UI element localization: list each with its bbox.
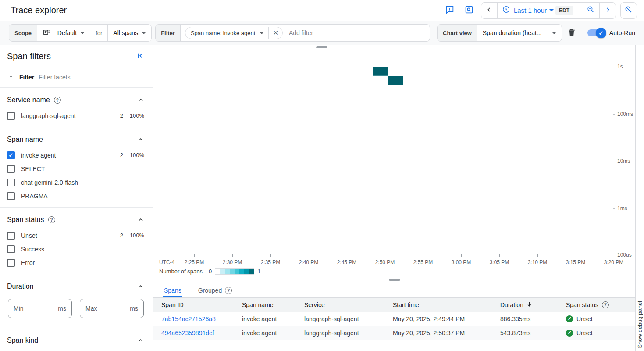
feedback-button[interactable]: [442, 3, 457, 18]
chart-view-dropdown[interactable]: Span duration (heat...: [477, 25, 562, 41]
time-range-control: Last 1 hour EDT: [481, 2, 616, 19]
facet-checkbox[interactable]: [7, 179, 15, 186]
facet-row: chat gemini-2.0-flash: [7, 176, 144, 189]
duration-max-input[interactable]: [85, 305, 116, 312]
service-cell: langgraph-sql-agent: [304, 315, 393, 322]
time-zoom-out-button[interactable]: [582, 3, 599, 18]
chart-view-label: Chart view: [438, 25, 477, 41]
remove-filter-button[interactable]: ✕: [268, 27, 282, 39]
facet-checkbox[interactable]: [7, 245, 15, 253]
chevron-down-icon: [260, 32, 264, 34]
facet-row: PRAGMA: [7, 189, 144, 203]
collapse-sidebar-icon[interactable]: [136, 52, 144, 61]
x-axis-label: 3:20 PM: [604, 259, 624, 265]
x-axis-label: 2:35 PM: [261, 259, 281, 265]
span-id-link[interactable]: 7ab154ac271526a8: [161, 315, 216, 322]
span-scope-dropdown[interactable]: All spans: [108, 25, 151, 41]
help-icon[interactable]: ?: [602, 301, 609, 308]
column-header-label: Span name: [242, 301, 274, 308]
facet-label: invoke agent: [21, 152, 112, 159]
duration-max-field: ms: [80, 299, 144, 318]
facet-section-title: Service name: [7, 96, 50, 104]
facet-checkbox[interactable]: [7, 259, 15, 267]
help-icon[interactable]: ?: [225, 287, 232, 294]
service-cell: langgraph-sql-agent: [304, 330, 393, 337]
time-forward-button[interactable]: [599, 3, 616, 18]
panel-resize-handle-bottom[interactable]: [389, 279, 400, 281]
help-icon[interactable]: ?: [48, 216, 55, 223]
facet-label: Error: [21, 259, 112, 266]
x-axis-label: 2:25 PM: [185, 259, 204, 265]
sidebar-header: Span filters: [0, 45, 153, 67]
chart-view-value: Span duration (heat...: [483, 29, 548, 36]
show-debug-panel-button[interactable]: Show debug panel: [637, 301, 643, 348]
search-box-icon: [464, 5, 474, 16]
column-header-span-name[interactable]: Span name: [242, 301, 304, 308]
timezone-badge[interactable]: EDT: [555, 6, 573, 15]
filter-chip[interactable]: Span name: invoke agent ✕: [185, 27, 283, 39]
span-id-link[interactable]: 494a652359891def: [161, 330, 214, 337]
heatmap-cell[interactable]: [388, 76, 403, 85]
tick-mark: [309, 254, 309, 257]
clock-icon: [502, 5, 510, 15]
search-off-button[interactable]: [620, 2, 637, 19]
search-preview-button[interactable]: [462, 3, 477, 18]
y-axis-label: 1s: [617, 64, 623, 70]
duration-min-field: ms: [8, 299, 72, 318]
tick-mark: [613, 114, 615, 115]
zoom-out-icon: [587, 5, 595, 15]
main-panel: UTC-4 Number of spans 0 1 1s100ms10ms1ms…: [153, 45, 635, 351]
duration-min-input[interactable]: [14, 305, 44, 312]
column-header-duration[interactable]: Duration: [500, 301, 566, 309]
delete-chart-button[interactable]: [567, 28, 576, 39]
column-header-service[interactable]: Service: [304, 301, 393, 308]
facet-checkbox[interactable]: [7, 165, 15, 173]
span-filters-sidebar: Span filters Filter Service name?langgra…: [0, 45, 153, 351]
heatmap-cell[interactable]: [373, 67, 388, 76]
legend-color-cell: [244, 269, 249, 274]
sort-desc-icon[interactable]: [526, 301, 533, 309]
facet-checkbox[interactable]: ✓: [7, 151, 15, 159]
auto-run-toggle[interactable]: ✓: [587, 29, 605, 36]
tick-mark: [613, 67, 615, 67]
legend-color-cell: [235, 269, 239, 274]
tab-spans[interactable]: Spans: [163, 283, 182, 297]
scope-dropdown[interactable]: _Default: [37, 25, 90, 41]
facet-sections: Service name?langgraph-sql-agent2100%Spa…: [0, 88, 153, 351]
facet-row: Unset2100%: [7, 229, 144, 242]
facet-row: ✓invoke agent2100%: [7, 148, 144, 162]
top-bar-actions: Last 1 hour EDT: [442, 2, 637, 19]
facet-checkbox[interactable]: [7, 192, 15, 200]
chevron-right-icon: [604, 6, 611, 15]
duration-unit-label: ms: [58, 305, 66, 312]
heatmap-legend: Number of spans 0 1: [159, 268, 260, 275]
facet-count: 2: [112, 232, 123, 239]
query-toolbar: Scope _Default for All spans Filter Span…: [0, 21, 644, 45]
y-axis-label: 1ms: [617, 205, 627, 211]
column-header-span-status[interactable]: Span status?: [566, 301, 635, 308]
facet-checkbox[interactable]: [7, 112, 15, 120]
status-check-icon: ✓: [566, 330, 573, 337]
chevron-up-icon[interactable]: [137, 283, 144, 290]
tick-mark: [232, 254, 233, 257]
chevron-up-icon[interactable]: [137, 337, 144, 344]
chevron-up-icon[interactable]: [137, 216, 144, 223]
time-range-dropdown[interactable]: Last 1 hour EDT: [498, 3, 582, 18]
add-filter-input[interactable]: [285, 25, 430, 41]
facet-checkbox[interactable]: [7, 232, 15, 240]
facet-label: Success: [21, 246, 112, 253]
chevron-up-icon[interactable]: [137, 97, 144, 104]
span-id-cell: 494a652359891def: [153, 330, 242, 337]
facet-filter-input[interactable]: [39, 74, 146, 81]
chevron-up-icon[interactable]: [137, 136, 144, 143]
status-label: Unset: [576, 315, 593, 322]
tick-mark: [537, 254, 538, 257]
help-icon[interactable]: ?: [54, 97, 61, 104]
tab-grouped[interactable]: Grouped ?: [197, 283, 233, 297]
legend-color-cell: [215, 269, 220, 274]
time-back-button[interactable]: [481, 3, 498, 18]
tick-mark: [614, 254, 614, 257]
column-header-span-id[interactable]: Span ID: [153, 301, 242, 308]
chevron-down-icon: [552, 32, 556, 34]
column-header-start-time[interactable]: Start time: [393, 301, 500, 308]
